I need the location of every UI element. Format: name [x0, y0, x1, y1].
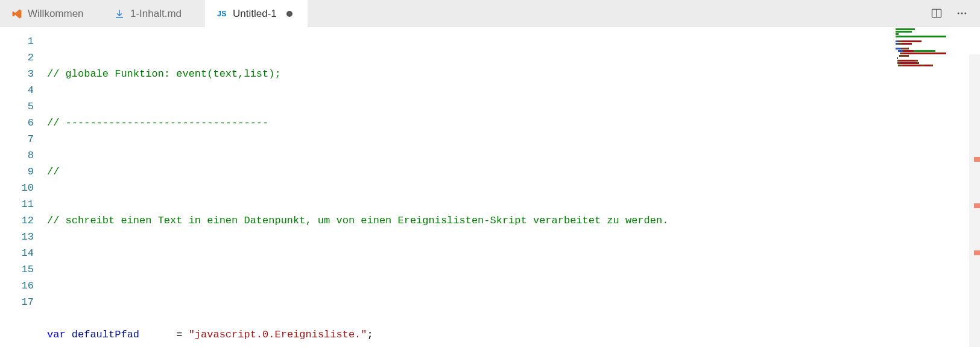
code-text: // [47, 166, 59, 177]
tab-bar: Willkommen 1-Inhalt.md JS Untitled-1 [0, 0, 980, 27]
svg-point-3 [961, 13, 963, 14]
ident: defaultPfad [66, 329, 177, 340]
code-text: // globale Funktion: event(text,list); [47, 68, 281, 80]
str: "javascript.0.Ereignisliste." [189, 329, 367, 340]
tab-label: 1-Inhalt.md [130, 8, 182, 20]
markdown-icon [113, 8, 125, 20]
tab-actions [928, 0, 980, 27]
overview-ruler[interactable] [969, 54, 980, 347]
svg-point-2 [958, 13, 959, 14]
js-icon: JS [216, 8, 228, 20]
op: = [176, 329, 188, 340]
tab-untitled-1[interactable]: JS Untitled-1 [205, 0, 308, 27]
tab-willkommen[interactable]: Willkommen [0, 0, 103, 27]
dirty-indicator-icon [286, 11, 292, 17]
svg-point-4 [964, 13, 966, 14]
op: ; [367, 329, 373, 340]
code-area[interactable]: // globale Funktion: event(text,list); /… [47, 27, 980, 347]
overview-error-marker-icon[interactable] [974, 157, 980, 162]
line-number-gutter: 12345 678910 1112131415 1617 [0, 27, 47, 347]
overview-error-marker-icon[interactable] [974, 203, 980, 208]
tab-inhalt[interactable]: 1-Inhalt.md [103, 0, 205, 27]
overview-error-marker-icon[interactable] [974, 250, 980, 255]
tab-label: Untitled-1 [233, 8, 277, 20]
kw: var [47, 329, 66, 340]
more-icon[interactable] [953, 5, 970, 22]
vscode-icon [11, 8, 23, 20]
editor[interactable]: 12345 678910 1112131415 1617 // globale … [0, 27, 980, 347]
split-editor-icon[interactable] [928, 5, 945, 22]
code-text: // schreibt einen Text in einen Datenpun… [47, 215, 668, 226]
tab-label: Willkommen [28, 8, 84, 20]
code-text [47, 261, 980, 278]
code-text: // --------------------------------- [47, 117, 268, 129]
